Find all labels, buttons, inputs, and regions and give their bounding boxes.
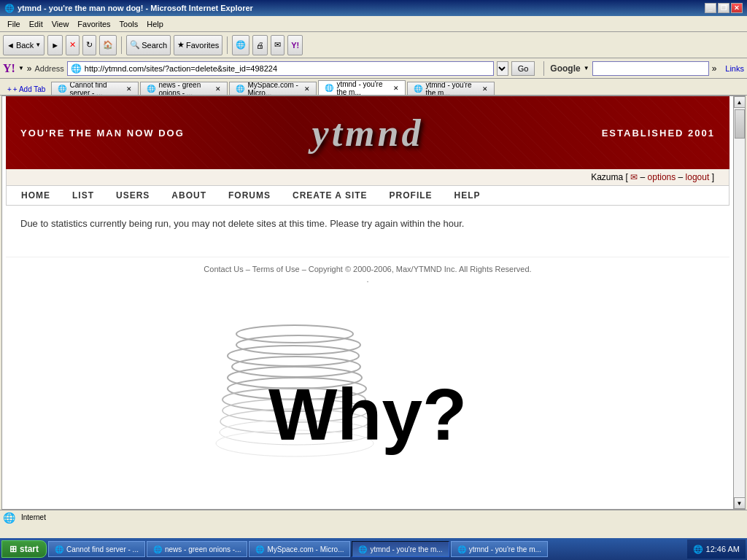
tab-3-close[interactable]: ✕ xyxy=(393,85,399,92)
scroll-up-button[interactable]: ▲ xyxy=(734,96,746,108)
tab-3-icon: 🌐 xyxy=(325,84,333,92)
go-button[interactable]: Go xyxy=(511,61,535,76)
back-button[interactable]: ◄ Back ▼ xyxy=(3,35,44,55)
home-icon: 🏠 xyxy=(103,40,113,50)
forward-arrow-icon: ► xyxy=(51,41,59,50)
home-button[interactable]: 🏠 xyxy=(99,35,117,55)
user-bar: Kazuma [ ✉ – options – logout ] xyxy=(6,169,729,186)
tab-1[interactable]: 🌐 news - green onions - ... ✕ xyxy=(140,82,228,95)
nav-about[interactable]: ABOUT xyxy=(171,190,206,201)
window-title: ytmnd - you're the man now dog! - Micros… xyxy=(18,4,253,12)
nav-list[interactable]: LIST xyxy=(72,190,94,201)
menu-edit[interactable]: Edit xyxy=(25,18,47,30)
menu-file[interactable]: File xyxy=(3,18,25,30)
tab-1-close[interactable]: ✕ xyxy=(215,85,221,93)
browser-content: YOU'RE THE MAN NOW DOG ytmnd ESTABLISHED… xyxy=(1,96,746,510)
tab-2-icon: 🌐 xyxy=(236,85,244,93)
google-search-input[interactable] xyxy=(592,61,709,76)
toolbar: ◄ Back ▼ ► ✕ ↻ 🏠 🔍 Search ★ Favorites 🌐 … xyxy=(0,32,747,58)
tab-1-icon: 🌐 xyxy=(147,85,155,93)
yahoo-logo-icon: Y! xyxy=(3,62,15,75)
search-label: Search xyxy=(142,41,167,50)
toolbar-sep-2 xyxy=(227,36,228,54)
footer-text: Contact Us – Terms of Use – Copyright © … xyxy=(204,265,531,273)
minimize-button[interactable]: _ xyxy=(705,3,716,13)
back-chevron-icon: ▼ xyxy=(35,42,41,48)
restore-button[interactable]: ❐ xyxy=(718,3,729,13)
close-button[interactable]: ✕ xyxy=(731,3,743,13)
add-tab-label: + Add Tab xyxy=(13,85,46,93)
menu-view[interactable]: View xyxy=(47,18,74,30)
scroll-track[interactable] xyxy=(734,108,745,497)
nav-users[interactable]: USERS xyxy=(116,190,150,201)
tab-4-icon: 🌐 xyxy=(414,85,422,93)
site-footer: Contact Us – Terms of Use – Copyright © … xyxy=(6,257,729,291)
scroll-thumb[interactable] xyxy=(735,109,745,139)
error-message: Due to statistics currently being run, y… xyxy=(20,217,715,231)
links-label[interactable]: Links xyxy=(725,64,744,73)
stop-icon: ✕ xyxy=(69,40,76,50)
status-text: Internet xyxy=(21,513,46,521)
status-bar: 🌐 Internet xyxy=(0,510,747,524)
tab-4-close[interactable]: ✕ xyxy=(482,85,488,93)
tab-2-label: MySpace.com - Micro... xyxy=(247,82,300,95)
yahoo-y-icon: Y! xyxy=(291,41,299,50)
page-content: YOU'RE THE MAN NOW DOG ytmnd ESTABLISHED… xyxy=(2,96,733,509)
tab-4[interactable]: 🌐 ytmnd - you're the m... ✕ xyxy=(407,82,495,95)
nav-forums[interactable]: FORUMS xyxy=(228,190,271,201)
mail-link[interactable]: ✉ xyxy=(630,172,638,182)
search-button[interactable]: 🔍 Search xyxy=(126,35,171,55)
why-section: Why? xyxy=(2,319,733,509)
logo-text: ytmnd xyxy=(312,112,424,155)
print-button[interactable]: 🖨 xyxy=(252,35,268,55)
address-url: http://ytmnd.com/sites/?action=delete&si… xyxy=(85,64,277,73)
nav-help[interactable]: HELP xyxy=(454,190,481,201)
google-section: Google ▼ » xyxy=(543,61,716,76)
username: Kazuma xyxy=(591,172,623,182)
tab-2-close[interactable]: ✕ xyxy=(304,85,310,93)
options-link[interactable]: options xyxy=(648,172,676,182)
back-label: Back xyxy=(16,41,34,50)
media-button[interactable]: 🌐 xyxy=(232,35,249,55)
scrollbar-vertical: ▲ ▼ xyxy=(733,96,745,509)
menu-tools[interactable]: Tools xyxy=(115,18,143,30)
add-tab-button[interactable]: + + Add Tab xyxy=(3,84,50,95)
address-input[interactable]: 🌐 http://ytmnd.com/sites/?action=delete&… xyxy=(67,61,494,76)
status-ie-icon: 🌐 xyxy=(3,512,15,524)
yahoo-toolbar: Y! ▼ » Address 🌐 http://ytmnd.com/sites/… xyxy=(0,58,747,79)
ytmnd-site: YOU'RE THE MAN NOW DOG ytmnd ESTABLISHED… xyxy=(2,96,733,291)
tab-0[interactable]: 🌐 Cannot find server - ... ✕ xyxy=(51,82,139,95)
favorites-button[interactable]: ★ Favorites xyxy=(174,35,222,55)
google-label: Google xyxy=(550,63,580,74)
address-dropdown[interactable] xyxy=(497,61,508,76)
tab-2[interactable]: 🌐 MySpace.com - Micro... ✕ xyxy=(229,82,317,95)
refresh-button[interactable]: ↻ xyxy=(82,35,96,55)
tab-0-close[interactable]: ✕ xyxy=(126,85,132,93)
scroll-down-button[interactable]: ▼ xyxy=(734,497,746,509)
tab-bar: + + Add Tab 🌐 Cannot find server - ... ✕… xyxy=(0,79,747,96)
nav-create-site[interactable]: CREATE A SITE xyxy=(293,190,368,201)
star-icon: ★ xyxy=(177,40,185,50)
logout-link[interactable]: logout xyxy=(686,172,710,182)
ie-icon: 🌐 xyxy=(4,4,15,13)
site-main: Due to statistics currently being run, y… xyxy=(6,206,729,257)
header-right-text: ESTABLISHED 2001 xyxy=(602,128,729,139)
google-expand-icon: » xyxy=(712,63,717,74)
favorites-label: Favorites xyxy=(186,41,219,50)
menu-favorites[interactable]: Favorites xyxy=(73,18,115,30)
forward-button[interactable]: ► xyxy=(47,35,63,55)
mail-icon: ✉ xyxy=(274,40,281,50)
why-text: Why? xyxy=(268,373,467,456)
window-titlebar: 🌐 ytmnd - you're the man now dog! - Micr… xyxy=(0,0,747,16)
menu-help[interactable]: Help xyxy=(142,18,168,30)
site-nav: HOME LIST USERS ABOUT FORUMS CREATE A SI… xyxy=(6,186,729,206)
nav-profile[interactable]: PROFILE xyxy=(390,190,433,201)
tab-0-label: Cannot find server - ... xyxy=(69,82,122,95)
mail-button[interactable]: ✉ xyxy=(271,35,285,55)
svg-point-2 xyxy=(228,346,359,366)
messenger-button[interactable]: Y! xyxy=(287,35,303,55)
yahoo-expand-icon: » xyxy=(27,63,32,74)
nav-home[interactable]: HOME xyxy=(21,190,50,201)
stop-button[interactable]: ✕ xyxy=(66,35,80,55)
tab-3[interactable]: 🌐 ytmnd - you're the m... ✕ xyxy=(318,80,406,95)
